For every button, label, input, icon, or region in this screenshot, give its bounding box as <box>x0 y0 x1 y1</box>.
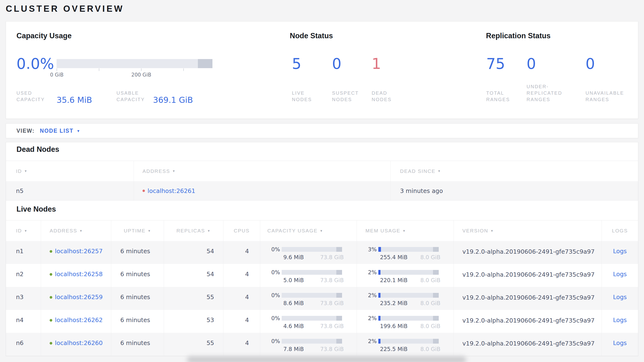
logs-cell: Logs <box>602 310 638 333</box>
logs-link[interactable]: Logs <box>613 294 627 301</box>
capacity-bar-other-segment <box>336 247 342 252</box>
column-header-address[interactable]: ADDRESS▼ <box>41 221 111 241</box>
node-address-link[interactable]: localhost:26260 <box>55 339 103 346</box>
capacity-bar <box>282 247 342 252</box>
live-status-dot-icon <box>50 273 52 276</box>
mem-usage-cell: 2% 235.2 MiB 8.0 GiB <box>357 287 454 310</box>
capacity-usage-title: Capacity Usage <box>16 32 72 40</box>
mem-total-value: 8.0 GiB <box>420 346 440 352</box>
mem-bar-other-segment <box>433 293 439 298</box>
capacity-percent: 0% <box>260 315 282 321</box>
node-id-cell: n6 <box>6 333 41 356</box>
capacity-bar-other-segment <box>336 270 342 275</box>
live-node-row: n4 localhost:26262 6 minutes 53 4 0% 4.6… <box>6 310 638 333</box>
capacity-bar-other-segment <box>336 339 342 343</box>
logs-link[interactable]: Logs <box>613 248 627 255</box>
sort-arrow-icon: ▼ <box>24 169 28 173</box>
suspect-nodes-count: 0 <box>332 56 341 71</box>
column-header-dead-since[interactable]: DEAD SINCE ▼ <box>390 161 638 181</box>
chevron-down-icon: ▼ <box>76 129 80 133</box>
mem-percent: 3% <box>357 246 378 253</box>
column-header-address[interactable]: ADDRESS ▼ <box>134 161 390 181</box>
node-address-link[interactable]: localhost:26257 <box>55 248 103 255</box>
replicas-cell: 54 <box>164 264 224 287</box>
version-cell: v19.2.0-alpha.20190606-2491-gfe735c9a97 <box>454 310 602 333</box>
column-header-uptime[interactable]: UPTIME▼ <box>111 221 164 241</box>
node-address-link[interactable]: localhost:26258 <box>55 271 103 278</box>
mem-total-value: 8.0 GiB <box>420 323 440 329</box>
mem-used-value: 220.1 MiB <box>380 277 408 283</box>
mem-bar-fill <box>378 293 380 298</box>
logs-cell: Logs <box>602 287 638 310</box>
replicas-cell: 54 <box>164 241 224 264</box>
nodes-panel: Dead Nodes ID ▼ ADDRESS ▼ DEAD SINCE ▼ <box>6 142 638 356</box>
capacity-used-value: 7.8 MiB <box>283 346 304 352</box>
column-header-replicas[interactable]: REPLICAS▼ <box>164 221 224 241</box>
live-status-dot-icon <box>50 296 52 299</box>
column-header-version[interactable]: VERSION▼ <box>454 221 602 241</box>
dead-since-cell: 3 minutes ago <box>390 181 638 200</box>
column-header-logs[interactable]: LOGS <box>602 221 638 241</box>
capacity-total-value: 73.8 GiB <box>320 277 344 283</box>
capacity-total-value: 73.8 GiB <box>320 254 344 260</box>
view-selector-dropdown[interactable]: NODE LIST ▼ <box>40 128 80 134</box>
node-address-link[interactable]: localhost:26259 <box>55 294 103 301</box>
logs-cell: Logs <box>602 241 638 264</box>
mem-usage-cell: 3% 255.4 MiB 8.0 GiB <box>357 241 454 264</box>
axis-tick <box>56 68 57 71</box>
column-header-id[interactable]: ID ▼ <box>6 161 134 181</box>
logs-link[interactable]: Logs <box>613 339 627 346</box>
node-id-cell: n2 <box>6 264 41 287</box>
capacity-total-value: 73.8 GiB <box>320 346 344 352</box>
capacity-usage-cell: 0% 9.6 MiB 73.8 GiB <box>260 241 357 264</box>
capacity-used-value: 9.6 MiB <box>283 254 304 260</box>
mem-percent: 2% <box>357 292 378 298</box>
usable-capacity-label: USABLE CAPACITY <box>116 90 145 103</box>
uptime-cell: 6 minutes <box>111 287 164 310</box>
capacity-bar-track <box>56 59 212 68</box>
uptime-cell: 6 minutes <box>111 310 164 333</box>
sort-arrow-icon: ▼ <box>490 229 494 233</box>
logs-link[interactable]: Logs <box>613 271 627 278</box>
uptime-cell: 6 minutes <box>111 264 164 287</box>
dead-nodes-count: 1 <box>372 56 381 71</box>
view-label: VIEW: <box>16 128 34 134</box>
column-header-capacity-usage[interactable]: CAPACITY USAGE▼ <box>260 221 357 241</box>
mem-used-value: 225.5 MiB <box>380 346 408 352</box>
node-address-link[interactable]: localhost:26261 <box>148 188 195 194</box>
logs-cell: Logs <box>602 333 638 356</box>
usable-capacity-value: 369.1 GiB <box>153 95 193 105</box>
capacity-bar <box>282 293 342 298</box>
unavailable-ranges-label: UNAVAILABLE RANGES <box>586 90 624 103</box>
axis-tick-label: 0 GiB <box>50 72 64 78</box>
node-address-cell: localhost:26259 <box>41 287 111 310</box>
sort-arrow-icon: ▼ <box>80 229 83 233</box>
dead-node-row: n5 localhost:26261 3 minutes ago <box>6 181 638 201</box>
capacity-usage-cell: 0% 8.6 MiB 73.8 GiB <box>260 287 357 310</box>
live-nodes-label: LIVE NODES <box>292 90 312 103</box>
mem-bar-other-segment <box>433 316 439 321</box>
axis-tick <box>141 68 142 71</box>
total-ranges-label: TOTAL RANGES <box>486 90 510 103</box>
live-node-row: n6 localhost:26260 6 minutes 55 4 0% 7.8… <box>6 333 638 356</box>
node-address-cell: localhost:26258 <box>41 264 111 287</box>
column-header-cpus[interactable]: CPUS <box>224 221 260 241</box>
version-cell: v19.2.0-alpha.20190606-2491-gfe735c9a97 <box>454 264 602 287</box>
logs-cell: Logs <box>602 264 638 287</box>
capacity-used-value: 8.6 MiB <box>283 300 304 306</box>
live-nodes-table-body: n1 localhost:26257 6 minutes 54 4 0% 9.6… <box>6 241 638 356</box>
column-header-id[interactable]: ID▼ <box>6 221 41 241</box>
live-status-dot-icon <box>50 250 52 253</box>
version-cell: v19.2.0-alpha.20190606-2491-gfe735c9a97 <box>454 333 602 356</box>
capacity-percent: 0% <box>260 246 282 253</box>
capacity-usage-cell: 0% 7.8 MiB 73.8 GiB <box>260 333 357 356</box>
mem-bar-fill <box>378 316 380 321</box>
logs-link[interactable]: Logs <box>613 317 627 323</box>
mem-total-value: 8.0 GiB <box>420 254 440 260</box>
page-title: CLUSTER OVERVIEW <box>6 4 124 14</box>
capacity-used-value: 5.0 MiB <box>283 277 304 283</box>
column-header-mem-usage[interactable]: MEM USAGE▼ <box>357 221 454 241</box>
node-address-cell: localhost:26260 <box>41 333 111 356</box>
sort-arrow-icon: ▼ <box>438 169 441 173</box>
node-address-link[interactable]: localhost:26262 <box>55 317 103 323</box>
